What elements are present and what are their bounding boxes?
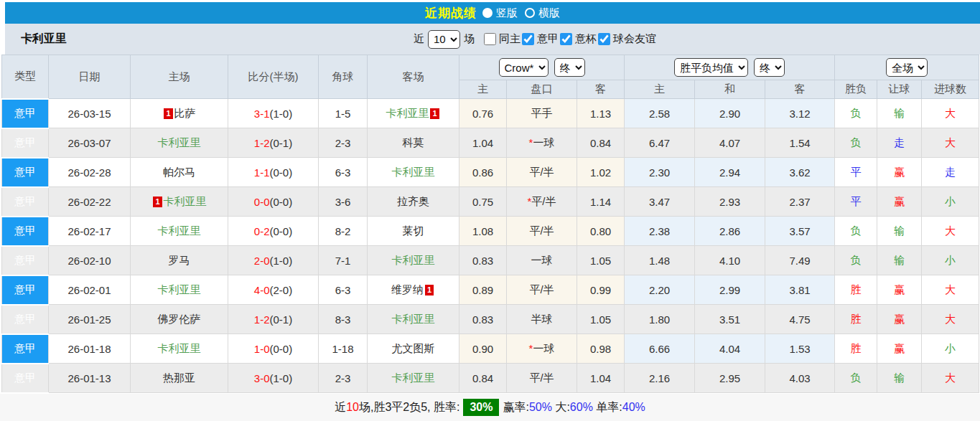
score-cell: 0-2(0-0)	[228, 217, 319, 246]
summary-text: 赢率:	[503, 400, 528, 415]
match-count-select[interactable]: 10	[428, 30, 460, 49]
handicap-cell: 平/半	[507, 275, 577, 305]
league-cell: 意甲	[2, 128, 49, 158]
handicap-cell: 一球	[507, 246, 577, 275]
filter-checkbox-group: 同主意甲意杯球会友谊	[484, 32, 658, 46]
team-name-text: 卡利亚里	[158, 136, 201, 148]
checkbox-input[interactable]	[598, 33, 610, 45]
team-name-text: 卡利亚里	[392, 166, 435, 178]
sub-header-handicap: 盘口	[507, 80, 577, 99]
table-row: 意甲26-02-221卡利亚里0-0(0-0)3-6拉齐奥0.75*平/半1.1…	[2, 187, 979, 217]
date-cell: 26-01-18	[49, 334, 131, 364]
sub-header-wdl: 胜负	[835, 80, 877, 99]
away-team-cell: 卡利亚里	[368, 158, 459, 187]
away-team-cell: 拉齐奥	[368, 187, 459, 217]
date-cell: 26-01-13	[49, 364, 131, 393]
avg-away-cell: 3.12	[765, 99, 835, 128]
corner-cell: 8-3	[319, 305, 368, 334]
goals-result-cell: 小	[922, 187, 979, 217]
filter-checkbox[interactable]: 球会友谊	[598, 32, 656, 46]
checkbox-label: 球会友谊	[613, 32, 656, 46]
score-cell: 3-1(1-0)	[228, 99, 319, 128]
odds-stage-select[interactable]: 终	[554, 58, 585, 77]
odds-home-cell: 0.76	[459, 99, 507, 128]
team-name-text: 佛罗伦萨	[158, 313, 201, 325]
handicap-result-cell: 赢	[877, 158, 922, 187]
handicap-result-cell: 赢	[877, 187, 922, 217]
goals-result-cell: 走	[922, 158, 979, 187]
home-team-cell: 卡利亚里	[131, 275, 228, 305]
away-team-cell: 卡利亚里1	[368, 99, 459, 128]
near-label: 近	[414, 32, 424, 46]
layout-radio-option[interactable]: 横版	[525, 6, 560, 20]
corner-cell: 6-3	[319, 158, 368, 187]
layout-radio-selected[interactable]: 竖版	[482, 6, 518, 20]
checkbox-input[interactable]	[522, 33, 534, 45]
team-name-text: 比萨	[174, 107, 196, 119]
handicap-result-cell: 输	[877, 99, 922, 128]
league-cell: 意甲	[2, 246, 49, 275]
table-row: 意甲26-03-07卡利亚里1-2(0-1)2-3科莫1.04*一球0.846.…	[2, 128, 979, 158]
team-name-text: 拉齐奥	[397, 195, 429, 207]
avg-type-select[interactable]: 胜平负均值	[674, 58, 748, 77]
table-row: 意甲26-03-151比萨3-1(1-0)1-5卡利亚里10.76平手1.132…	[2, 99, 979, 128]
corner-cell: 2-3	[319, 128, 368, 158]
handicap-result-cell: 赢	[877, 334, 922, 364]
team-name-text: 卡利亚里	[158, 224, 201, 237]
odds-away-cell: 1.02	[577, 158, 625, 187]
league-cell: 意甲	[2, 334, 49, 364]
games-label: 场	[464, 32, 475, 46]
result-group-header: 全场	[835, 55, 979, 80]
checkbox-input[interactable]	[484, 33, 496, 45]
filter-checkbox[interactable]: 同主	[484, 32, 521, 46]
handicap-cell: 平/半	[507, 217, 577, 246]
avg-home-cell: 6.47	[625, 128, 695, 158]
odds-home-cell: 0.90	[459, 334, 507, 364]
wdl-result-cell: 负	[835, 246, 877, 275]
avg-home-cell: 2.38	[625, 217, 695, 246]
wdl-result-cell: 负	[835, 99, 877, 128]
col-header-type: 类型	[2, 55, 49, 99]
score-cell: 0-0(0-0)	[228, 187, 319, 217]
table-row: 意甲26-01-13热那亚3-0(1-0)2-3卡利亚里0.84平/半1.042…	[2, 364, 979, 393]
team-name-text: 维罗纳	[391, 283, 424, 295]
handicap-cell: *一球	[507, 128, 577, 158]
away-team-cell: 卡利亚里	[368, 364, 459, 393]
date-cell: 26-02-10	[49, 246, 131, 275]
home-team-cell: 帕尔马	[131, 158, 228, 187]
avg-home-cell: 1.48	[625, 246, 695, 275]
handicap-result-cell: 赢	[877, 305, 922, 334]
red-card-badge: 1	[153, 197, 162, 207]
home-team-cell: 卡利亚里	[131, 128, 228, 158]
handicap-star: *	[529, 342, 533, 354]
filter-controls: 近 10 场 同主意甲意杯球会友谊	[327, 30, 658, 49]
league-cell: 意甲	[2, 364, 49, 393]
wdl-result-cell: 胜	[835, 275, 877, 305]
handicap-cell: 半球	[507, 305, 577, 334]
top-bar: 近期战绩 竖版横版	[5, 2, 980, 24]
handicap-cell: *一球	[507, 334, 577, 364]
layout-radio-input[interactable]	[525, 8, 535, 18]
result-scope-select[interactable]: 全场	[886, 58, 928, 77]
layout-radio-group: 竖版横版	[482, 6, 560, 20]
team-name-text: 热那亚	[163, 372, 195, 384]
team-name-text: 卡利亚里	[158, 342, 201, 354]
odds-away-cell: 1.04	[577, 364, 625, 393]
summary-text: 40%	[622, 401, 645, 414]
corner-cell: 1-18	[319, 334, 368, 364]
red-card-badge: 1	[430, 108, 439, 119]
filter-checkbox[interactable]: 意甲	[522, 32, 559, 46]
wdl-result-cell: 胜	[835, 334, 877, 364]
date-cell: 26-01-25	[49, 305, 131, 334]
handicap-cell: *平/半	[507, 187, 577, 217]
corner-cell: 6-3	[319, 275, 368, 305]
checkbox-input[interactable]	[560, 33, 572, 45]
avg-away-cell: 1.54	[765, 128, 835, 158]
summary-text: 大:	[552, 400, 570, 415]
league-cell: 意甲	[2, 305, 49, 334]
odds-away-cell: 1.14	[577, 187, 625, 217]
layout-radio-input[interactable]	[482, 8, 493, 18]
filter-checkbox[interactable]: 意杯	[560, 32, 597, 46]
bookmaker-select[interactable]: Crow*	[499, 58, 549, 77]
avg-stage-select[interactable]: 终	[754, 58, 785, 77]
